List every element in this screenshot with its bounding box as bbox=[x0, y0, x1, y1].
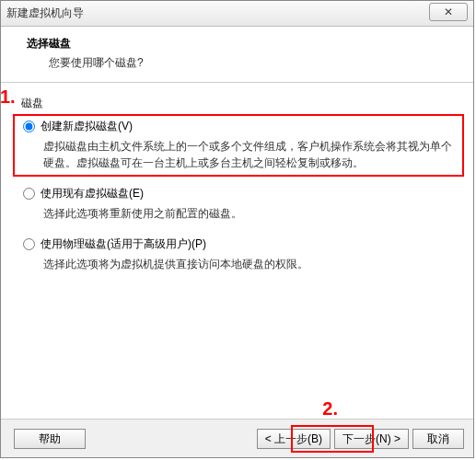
close-button[interactable]: ✕ bbox=[429, 3, 468, 21]
option-use-existing-disk: 使用现有虚拟磁盘(E) 选择此选项将重新使用之前配置的磁盘。 bbox=[19, 186, 455, 222]
wizard-body: 磁盘 创建新虚拟磁盘(V) 虚拟磁盘由主机文件系统上的一个或多个文件组成，客户机… bbox=[1, 83, 473, 296]
option-create-new-disk: 创建新虚拟磁盘(V) 虚拟磁盘由主机文件系统上的一个或多个文件组成，客户机操作系… bbox=[19, 119, 455, 171]
annotation-1: 1. bbox=[0, 86, 16, 108]
cancel-button[interactable]: 取消 bbox=[412, 429, 464, 449]
option-row[interactable]: 创建新虚拟磁盘(V) bbox=[23, 119, 455, 134]
option-row[interactable]: 使用现有虚拟磁盘(E) bbox=[23, 186, 455, 201]
option-use-physical-disk: 使用物理磁盘(适用于高级用户)(P) 选择此选项将为虚拟机提供直接访问本地硬盘的… bbox=[19, 236, 455, 272]
annotation-2: 2. bbox=[322, 398, 338, 420]
option-label: 使用物理磁盘(适用于高级用户)(P) bbox=[41, 236, 206, 252]
radio-create-new[interactable] bbox=[23, 121, 35, 132]
option-label: 创建新虚拟磁盘(V) bbox=[41, 119, 133, 134]
option-desc: 选择此选项将重新使用之前配置的磁盘。 bbox=[43, 205, 455, 222]
group-label-disk: 磁盘 bbox=[21, 96, 455, 111]
option-row[interactable]: 使用物理磁盘(适用于高级用户)(P) bbox=[23, 236, 455, 252]
wizard-window: 新建虚拟机向导 ✕ 选择磁盘 您要使用哪个磁盘? 磁盘 创建新虚拟磁盘(V) 虚… bbox=[0, 0, 474, 458]
radio-use-physical[interactable] bbox=[23, 238, 35, 250]
option-label: 使用现有虚拟磁盘(E) bbox=[41, 186, 144, 201]
window-title: 新建虚拟机向导 bbox=[6, 6, 84, 21]
option-desc: 选择此选项将为虚拟机提供直接访问本地硬盘的权限。 bbox=[43, 256, 455, 272]
radio-use-existing[interactable] bbox=[23, 188, 35, 200]
page-subtitle: 您要使用哪个磁盘? bbox=[27, 55, 459, 71]
back-button[interactable]: < 上一步(B) bbox=[257, 429, 331, 449]
page-title: 选择磁盘 bbox=[27, 36, 459, 52]
help-button[interactable]: 帮助 bbox=[14, 429, 86, 449]
wizard-footer: 帮助 < 上一步(B) 下一步(N) > 取消 bbox=[1, 419, 473, 457]
option-desc: 虚拟磁盘由主机文件系统上的一个或多个文件组成，客户机操作系统会将其视为单个硬盘。… bbox=[43, 138, 455, 171]
titlebar: 新建虚拟机向导 ✕ bbox=[1, 1, 473, 27]
wizard-header: 选择磁盘 您要使用哪个磁盘? bbox=[1, 27, 473, 83]
close-icon: ✕ bbox=[444, 6, 453, 18]
next-button[interactable]: 下一步(N) > bbox=[334, 429, 409, 449]
